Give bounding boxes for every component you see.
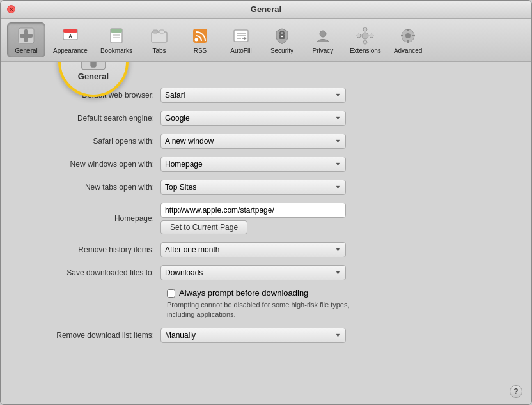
bookmarks-icon — [106, 26, 127, 46]
advanced-icon — [398, 26, 418, 46]
search-engine-row: Default search engine: Google — [20, 111, 512, 126]
svg-rect-4 — [63, 29, 77, 33]
remove-history-select[interactable]: After one month — [160, 242, 346, 257]
search-engine-select-wrapper: Google — [160, 111, 346, 126]
homepage-control: Set to Current Page — [160, 202, 512, 234]
advanced-label: Advanced — [394, 47, 422, 54]
new-tabs-label: New tabs open with: — [20, 183, 160, 192]
svg-rect-34 — [81, 62, 106, 69]
svg-rect-29 — [407, 29, 409, 31]
new-windows-row: New windows open with: Homepage — [20, 157, 512, 172]
homepage-label: Homepage: — [20, 214, 160, 223]
remove-history-control: After one month — [160, 242, 512, 257]
default-browser-select[interactable]: Safari — [160, 88, 346, 103]
svg-text:A: A — [68, 34, 72, 38]
window-title: General — [251, 4, 281, 14]
toolbar-item-security[interactable]: Security — [263, 23, 301, 57]
main-window: ✕ General General A — [0, 0, 532, 405]
remove-history-select-wrapper: After one month — [160, 242, 346, 257]
toolbar-item-general[interactable]: General — [7, 22, 45, 57]
remove-downloads-select-wrapper: Manually — [160, 328, 346, 343]
remove-history-label: Remove history items: — [20, 245, 160, 254]
svg-rect-32 — [412, 35, 415, 36]
search-engine-control: Google — [160, 111, 512, 126]
safari-opens-row: Safari opens with: A new window — [20, 134, 512, 149]
remove-downloads-label: Remove download list items: — [20, 331, 160, 340]
new-tabs-select-wrapper: Top Sites — [160, 180, 346, 195]
toolbar-item-appearance[interactable]: A Appearance — [48, 23, 93, 57]
toolbar: General A Appearance — [1, 19, 531, 62]
default-browser-label: Default web browser: — [20, 91, 160, 100]
general-label: General — [15, 47, 38, 54]
zoom-label: General — [78, 72, 109, 81]
toolbar-item-advanced[interactable]: Advanced — [389, 23, 427, 57]
appearance-icon: A — [60, 26, 81, 46]
toolbar-item-tabs[interactable]: Tabs — [140, 23, 178, 57]
save-downloads-label: Save downloaded files to: — [20, 268, 160, 277]
svg-point-22 — [362, 33, 368, 39]
new-windows-select[interactable]: Homepage — [160, 157, 346, 172]
svg-point-25 — [357, 34, 361, 38]
default-browser-row: Default web browser: Safari — [20, 88, 512, 103]
save-downloads-select-wrapper: Downloads — [160, 265, 346, 280]
rss-label: RSS — [194, 47, 207, 54]
svg-rect-12 — [159, 30, 164, 33]
security-icon — [272, 26, 292, 46]
search-engine-select[interactable]: Google — [160, 111, 346, 126]
toolbar-item-bookmarks[interactable]: Bookmarks — [95, 23, 137, 57]
always-prompt-checkbox[interactable] — [167, 289, 175, 298]
set-current-page-button[interactable]: Set to Current Page — [160, 220, 247, 234]
svg-rect-2 — [20, 34, 33, 38]
zoom-general-icon — [79, 62, 107, 72]
safari-opens-select[interactable]: A new window — [160, 134, 346, 149]
svg-line-33 — [23, 62, 87, 75]
appearance-label: Appearance — [53, 47, 88, 54]
remove-history-row: Remove history items: After one month — [20, 242, 512, 257]
new-windows-select-wrapper: Homepage — [160, 157, 346, 172]
safari-opens-label: Safari opens with: — [20, 137, 160, 146]
new-tabs-select[interactable]: Top Sites — [160, 180, 346, 195]
remove-downloads-select[interactable]: Manually — [160, 328, 346, 343]
help-button[interactable]: ? — [510, 385, 522, 398]
always-prompt-row: Always prompt before downloading — [167, 288, 512, 298]
zoom-line — [1, 62, 129, 81]
new-tabs-row: New tabs open with: Top Sites — [20, 180, 512, 195]
toolbar-item-autofill[interactable]: AutoFill — [222, 23, 260, 57]
svg-point-23 — [363, 27, 367, 31]
security-label: Security — [270, 47, 293, 54]
safari-opens-select-wrapper: A new window — [160, 134, 346, 149]
tabs-icon — [149, 26, 169, 46]
content-area: General Default web browser: Safari Defa… — [1, 62, 531, 404]
svg-point-26 — [370, 34, 373, 38]
remove-downloads-control: Manually — [160, 328, 512, 343]
general-icon — [16, 26, 36, 46]
autofill-label: AutoFill — [230, 47, 251, 54]
search-engine-label: Default search engine: — [20, 114, 160, 123]
title-bar: ✕ General — [1, 1, 531, 19]
default-browser-control: Safari — [160, 88, 512, 103]
new-tabs-control: Top Sites — [160, 180, 512, 195]
hint-text: Prompting cannot be disabled for some hi… — [167, 300, 359, 320]
new-windows-control: Homepage — [160, 157, 512, 172]
extensions-icon — [355, 26, 375, 46]
safari-opens-control: A new window — [160, 134, 512, 149]
svg-rect-35 — [90, 62, 96, 67]
close-button[interactable]: ✕ — [7, 5, 15, 13]
save-downloads-select[interactable]: Downloads — [160, 265, 346, 280]
svg-rect-11 — [153, 30, 158, 33]
svg-point-14 — [194, 38, 198, 42]
autofill-icon — [231, 26, 251, 46]
svg-rect-7 — [111, 29, 122, 33]
svg-point-24 — [363, 40, 367, 44]
tabs-label: Tabs — [152, 47, 166, 54]
extensions-label: Extensions — [350, 47, 381, 54]
save-downloads-control: Downloads — [160, 265, 512, 280]
new-windows-label: New windows open with: — [20, 160, 160, 169]
svg-point-20 — [281, 36, 283, 37]
toolbar-item-extensions[interactable]: Extensions — [345, 23, 386, 57]
svg-rect-30 — [407, 40, 409, 43]
toolbar-item-privacy[interactable]: Privacy — [304, 23, 342, 57]
toolbar-item-rss[interactable]: RSS — [181, 23, 219, 57]
homepage-input[interactable] — [160, 202, 346, 218]
remove-downloads-row: Remove download list items: Manually — [20, 328, 512, 343]
